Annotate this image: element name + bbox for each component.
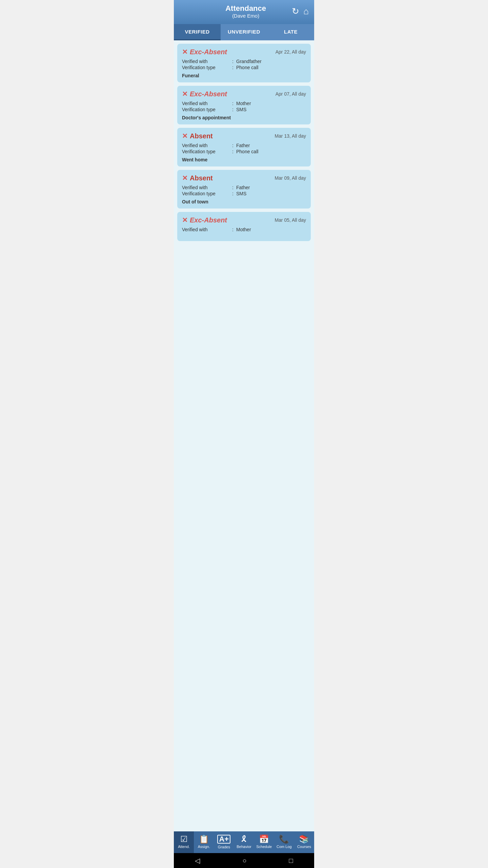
card-type: ✕ Absent bbox=[182, 174, 213, 182]
nav-item-grades[interactable]: A+ Grades bbox=[214, 831, 234, 853]
card-note: Out of town bbox=[182, 199, 306, 204]
refresh-icon[interactable]: ↻ bbox=[292, 6, 299, 17]
header-actions: ↻ ⌂ bbox=[292, 6, 309, 17]
nav-item-attend[interactable]: ☑ Attend. bbox=[174, 831, 194, 853]
verification-type-row: Verification type : Phone call bbox=[182, 65, 306, 70]
verification-type-label: Verification type bbox=[182, 65, 229, 70]
home-button[interactable]: ○ bbox=[242, 857, 246, 865]
verification-type-row: Verification type : SMS bbox=[182, 191, 306, 196]
card-info: Verified with : Mother bbox=[182, 227, 306, 232]
sep: : bbox=[229, 149, 236, 154]
sep: : bbox=[229, 65, 236, 70]
attendance-card[interactable]: ✕ Exc-Absent Apr 22, All day Verified wi… bbox=[177, 44, 311, 82]
attendance-card[interactable]: ✕ Exc-Absent Apr 07, All day Verified wi… bbox=[177, 86, 311, 124]
card-note: Doctor's appointment bbox=[182, 115, 306, 120]
verified-with-row: Verified with : Grandfather bbox=[182, 59, 306, 64]
tab-verified[interactable]: VERIFIED bbox=[174, 24, 221, 40]
card-header: ✕ Exc-Absent Apr 22, All day bbox=[182, 48, 306, 56]
home-icon[interactable]: ⌂ bbox=[303, 6, 309, 17]
nav-label-assign: Assign. bbox=[198, 845, 210, 849]
verified-with-label: Verified with bbox=[182, 185, 229, 190]
attendance-card[interactable]: ✕ Absent Mar 09, All day Verified with :… bbox=[177, 170, 311, 209]
tabs-bar: VERIFIED UNVERIFIED LATE bbox=[174, 24, 314, 40]
verification-type-row: Verification type : Phone call bbox=[182, 149, 306, 154]
sep: : bbox=[229, 107, 236, 112]
nav-item-behavior[interactable]: 🎗 Behavior bbox=[234, 831, 254, 853]
nav-item-assign[interactable]: 📋 Assign. bbox=[194, 831, 214, 853]
verification-type-value: Phone call bbox=[236, 65, 258, 70]
absence-type: Exc-Absent bbox=[190, 48, 227, 56]
nav-label-grades: Grades bbox=[218, 845, 230, 849]
x-icon: ✕ bbox=[182, 90, 188, 98]
verified-with-label: Verified with bbox=[182, 101, 229, 106]
bottom-navigation: ☑ Attend. 📋 Assign. A+ Grades 🎗 Behavior… bbox=[174, 831, 314, 853]
nav-item-courses[interactable]: 📚 Courses bbox=[294, 831, 314, 853]
absence-date: Apr 22, All day bbox=[276, 49, 306, 55]
verified-with-label: Verified with bbox=[182, 59, 229, 64]
x-icon: ✕ bbox=[182, 174, 188, 182]
nav-label-behavior: Behavior bbox=[237, 845, 251, 849]
sep: : bbox=[229, 143, 236, 148]
x-icon: ✕ bbox=[182, 132, 188, 140]
card-info: Verified with : Mother Verification type… bbox=[182, 101, 306, 112]
android-nav-bar: ◁ ○ □ bbox=[174, 853, 314, 868]
nav-item-schedule[interactable]: 📅 Schedule bbox=[254, 831, 274, 853]
header-title-block: Attendance (Dave Emo) bbox=[200, 4, 292, 19]
verification-type-label: Verification type bbox=[182, 191, 229, 196]
card-type: ✕ Exc-Absent bbox=[182, 48, 227, 56]
attendance-card[interactable]: ✕ Absent Mar 13, All day Verified with :… bbox=[177, 128, 311, 166]
verification-type-value: Phone call bbox=[236, 149, 258, 154]
sep: : bbox=[229, 227, 236, 232]
attendance-card[interactable]: ✕ Exc-Absent Mar 05, All day Verified wi… bbox=[177, 212, 311, 241]
card-type: ✕ Exc-Absent bbox=[182, 90, 227, 98]
verified-with-value: Mother bbox=[236, 227, 251, 232]
card-info: Verified with : Father Verification type… bbox=[182, 185, 306, 196]
attend-icon: ☑ bbox=[180, 835, 188, 843]
nav-item-comlog[interactable]: 📞 Com Log bbox=[274, 831, 294, 853]
back-button[interactable]: ◁ bbox=[195, 856, 200, 865]
header: Attendance (Dave Emo) ↻ ⌂ bbox=[174, 0, 314, 24]
nav-label-comlog: Com Log bbox=[277, 845, 292, 849]
verification-type-label: Verification type bbox=[182, 107, 229, 112]
card-type: ✕ Exc-Absent bbox=[182, 216, 227, 224]
card-type: ✕ Absent bbox=[182, 132, 213, 140]
sep: : bbox=[229, 59, 236, 64]
verified-with-value: Father bbox=[236, 185, 250, 190]
tab-unverified[interactable]: UNVERIFIED bbox=[221, 24, 267, 40]
nav-label-courses: Courses bbox=[297, 845, 311, 849]
courses-icon: 📚 bbox=[299, 835, 309, 843]
absence-type: Exc-Absent bbox=[190, 216, 227, 224]
absence-date: Mar 13, All day bbox=[274, 133, 306, 139]
nav-label-schedule: Schedule bbox=[256, 845, 272, 849]
sep: : bbox=[229, 191, 236, 196]
card-info: Verified with : Grandfather Verification… bbox=[182, 59, 306, 70]
schedule-icon: 📅 bbox=[259, 835, 269, 843]
nav-label-attend: Attend. bbox=[178, 845, 190, 849]
grades-icon: A+ bbox=[217, 835, 230, 844]
tab-late[interactable]: LATE bbox=[267, 24, 314, 40]
verification-type-value: SMS bbox=[236, 191, 246, 196]
assign-icon: 📋 bbox=[199, 835, 209, 843]
card-header: ✕ Absent Mar 09, All day bbox=[182, 174, 306, 182]
verified-with-row: Verified with : Father bbox=[182, 143, 306, 148]
verified-with-label: Verified with bbox=[182, 143, 229, 148]
absence-type: Absent bbox=[190, 174, 213, 182]
card-info: Verified with : Father Verification type… bbox=[182, 143, 306, 154]
comlog-icon: 📞 bbox=[279, 835, 289, 843]
card-header: ✕ Absent Mar 13, All day bbox=[182, 132, 306, 140]
absence-date: Apr 07, All day bbox=[276, 91, 306, 97]
verified-with-value: Father bbox=[236, 143, 250, 148]
verified-with-row: Verified with : Father bbox=[182, 185, 306, 190]
card-header: ✕ Exc-Absent Apr 07, All day bbox=[182, 90, 306, 98]
main-content: ✕ Exc-Absent Apr 22, All day Verified wi… bbox=[174, 40, 314, 831]
verified-with-value: Mother bbox=[236, 101, 251, 106]
app-title: Attendance bbox=[200, 4, 292, 13]
verified-with-label: Verified with bbox=[182, 227, 229, 232]
verified-with-row: Verified with : Mother bbox=[182, 227, 306, 232]
recent-button[interactable]: □ bbox=[289, 857, 293, 865]
absence-date: Mar 05, All day bbox=[274, 217, 306, 223]
absence-date: Mar 09, All day bbox=[274, 175, 306, 181]
sep: : bbox=[229, 101, 236, 106]
verification-type-row: Verification type : SMS bbox=[182, 107, 306, 112]
user-subtitle: (Dave Emo) bbox=[200, 13, 292, 19]
